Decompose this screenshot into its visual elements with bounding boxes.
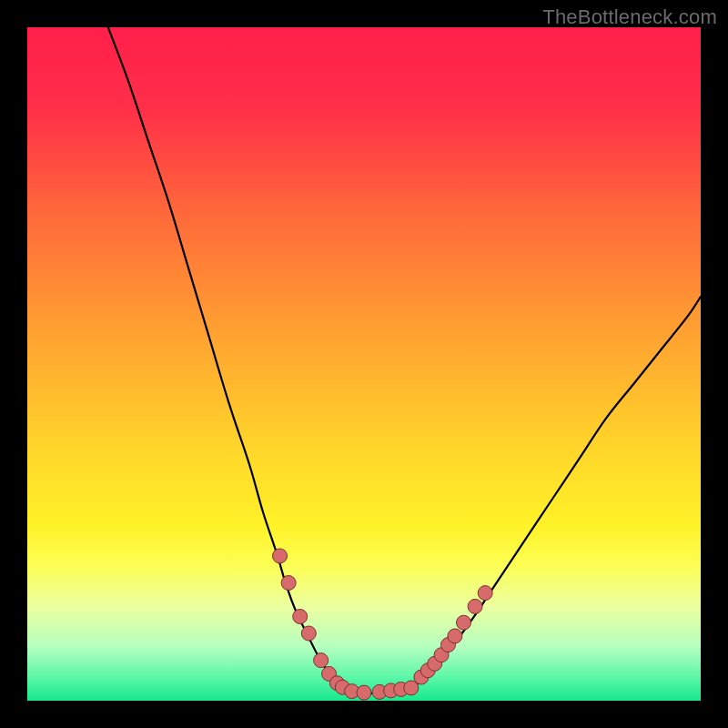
plot-area [27, 27, 701, 701]
data-marker [357, 685, 371, 700]
gradient-background [27, 27, 701, 701]
data-marker [273, 549, 288, 563]
data-marker [457, 615, 471, 630]
data-marker [293, 610, 308, 624]
data-marker [301, 626, 316, 641]
chart-frame: TheBottleneck.com [0, 0, 728, 728]
attribution-text: TheBottleneck.com [542, 5, 717, 29]
data-marker [468, 599, 482, 613]
data-marker [314, 653, 329, 668]
gradient-rect [27, 27, 701, 701]
data-marker [448, 629, 462, 643]
data-marker [281, 576, 296, 591]
data-marker [478, 586, 492, 601]
